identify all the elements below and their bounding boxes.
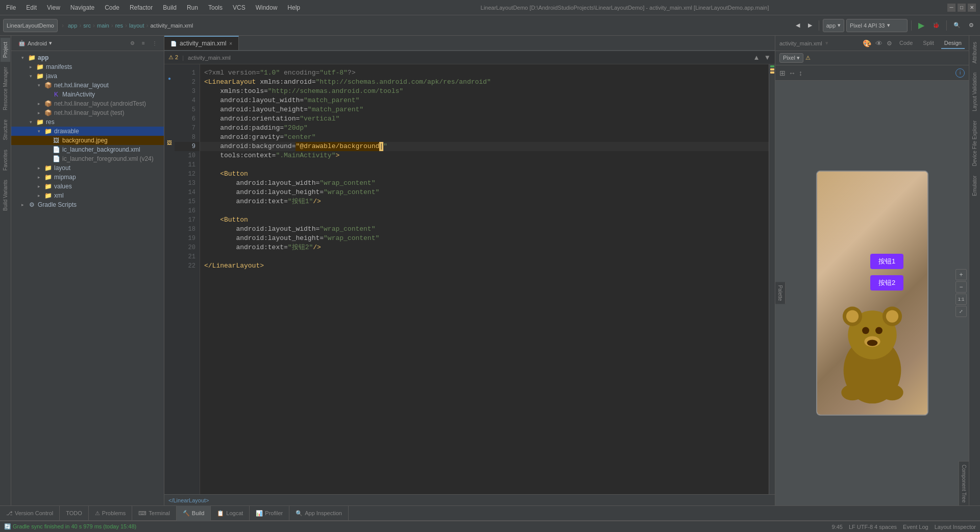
tree-item-mipmap[interactable]: ▸ 📁 mipmap — [11, 173, 164, 182]
minimize-button[interactable]: ─ — [947, 4, 955, 12]
code-line-16 — [200, 206, 769, 215]
panel-menu-btn[interactable]: ⋮ — [150, 38, 160, 49]
panel-sync-btn[interactable]: ⚙ — [127, 38, 137, 49]
tree-item-java[interactable]: ▾ 📁 java — [11, 71, 164, 81]
tab-code[interactable]: Code — [896, 38, 916, 49]
tree-item-manifests[interactable]: ▸ 📁 manifests — [11, 62, 164, 71]
zoom-out-button[interactable]: − — [955, 281, 967, 293]
sidebar-tab-device-file[interactable]: Device File Explorer — [970, 116, 979, 170]
tab-split[interactable]: Split — [920, 38, 937, 49]
close-button[interactable]: ✕ — [968, 4, 976, 12]
menu-vcs[interactable]: VCS — [231, 3, 248, 12]
build-label: Build — [192, 510, 204, 516]
tree-item-background-jpeg[interactable]: 🖼 background.jpeg — [11, 136, 164, 145]
bottom-tab-version-control[interactable]: ⎇ Version Control — [0, 505, 60, 521]
preview-icon-btn-2[interactable]: ↔ — [789, 69, 796, 77]
sidebar-tab-attributes[interactable]: Attributes — [970, 38, 979, 67]
menu-refactor[interactable]: Refactor — [128, 3, 155, 12]
menu-tools[interactable]: Tools — [206, 3, 225, 12]
sidebar-tab-layout-validation[interactable]: Layout Validation — [970, 68, 979, 115]
tree-item-package-androidtest[interactable]: ▸ 📦 net.hxl.linear_layout (androidTest) — [11, 99, 164, 108]
tree-item-ic-launcher-bg[interactable]: 📄 ic_launcher_background.xml — [11, 145, 164, 154]
module-dropdown[interactable]: app ▾ — [823, 19, 844, 32]
sidebar-tab-favorites[interactable]: Favorites — [1, 146, 10, 175]
project-view-dropdown[interactable]: 🤖 Android ▾ — [15, 39, 55, 47]
bottom-tab-todo[interactable]: TODO — [60, 505, 89, 521]
menu-window[interactable]: Window — [254, 3, 280, 12]
debug-button[interactable]: 🐞 — [929, 18, 943, 33]
bottom-tab-terminal[interactable]: ⌨ Terminal — [132, 505, 177, 521]
tree-item-drawable[interactable]: ▾ 📁 drawable — [11, 127, 164, 136]
right-side-tabs: Attributes Layout Validation Device File… — [969, 36, 980, 505]
menu-build[interactable]: Build — [161, 3, 179, 12]
arrow-icon: ▸ — [38, 193, 44, 198]
code-editor[interactable]: <?xml version="1.0" encoding="utf-8"?> <… — [200, 64, 769, 494]
tree-item-ic-launcher-fg[interactable]: 📄 ic_launcher_foreground.xml (v24) — [11, 154, 164, 163]
bottom-tab-profiler[interactable]: 📊 Profiler — [250, 505, 289, 521]
menu-help[interactable]: Help — [285, 3, 302, 12]
preview-icon-btn-3[interactable]: ↕ — [799, 69, 802, 77]
device-dropdown[interactable]: Pixel 4 API 33 ▾ — [846, 19, 908, 32]
expand-down-btn[interactable]: ▼ — [764, 54, 771, 61]
bottom-tab-logcat[interactable]: 📋 Logcat — [211, 505, 250, 521]
panel-collapse-btn[interactable]: ≡ — [138, 38, 149, 49]
warning-count: ⚠ 2 — [168, 54, 178, 61]
menu-run[interactable]: Run — [185, 3, 200, 12]
menu-view[interactable]: View — [45, 3, 62, 12]
tab-activity-main[interactable]: 📄 activity_main.xml × — [164, 36, 239, 50]
bottom-tab-app-inspection[interactable]: 🔍 App Inspection — [289, 505, 349, 521]
warning-mark-2[interactable] — [770, 71, 774, 74]
menu-code[interactable]: Code — [103, 3, 121, 12]
zoom-fit-button[interactable]: 1:1 — [955, 294, 967, 305]
menu-edit[interactable]: Edit — [24, 3, 39, 12]
bottom-tab-problems[interactable]: ⚠ Problems — [89, 505, 132, 521]
sidebar-tab-project[interactable]: Project — [1, 38, 10, 62]
pixel-dropdown[interactable]: Pixel ▾ — [779, 53, 803, 63]
run-button[interactable]: ▶ — [915, 18, 927, 33]
expand-up-btn[interactable]: ▲ — [753, 54, 760, 61]
preview-button-1[interactable]: 按钮1 — [870, 254, 903, 269]
menu-bar[interactable]: File Edit View Navigate Code Refactor Bu… — [4, 3, 302, 12]
tab-close-icon[interactable]: × — [229, 41, 232, 46]
project-view-label: Android — [28, 40, 47, 46]
tab-design[interactable]: Design — [941, 38, 965, 49]
tree-item-values[interactable]: ▸ 📁 values — [11, 182, 164, 191]
zoom-expand-button[interactable]: ⤢ — [955, 306, 967, 317]
tree-item-package-test[interactable]: ▸ 📦 net.hxl.linear_layout (test) — [11, 108, 164, 117]
preview-toolbar-btn-1[interactable]: 🎨 — [863, 39, 871, 47]
settings-button[interactable]: ⚙ — [966, 18, 977, 33]
sidebar-tab-variants[interactable]: Build Variants — [1, 176, 10, 215]
sidebar-tab-emulator[interactable]: Emulator — [970, 172, 979, 200]
back-button[interactable]: ◀ — [793, 18, 803, 33]
svg-point-10 — [841, 384, 863, 400]
layout-inspector-link[interactable]: Layout Inspector — [935, 524, 976, 530]
event-log-link[interactable]: Event Log — [903, 524, 928, 530]
preview-toolbar-btn-3[interactable]: ⚙ — [887, 40, 892, 47]
tree-item-package-main[interactable]: ▾ 📦 net.hxl.linear_layout — [11, 81, 164, 90]
maximize-button[interactable]: □ — [958, 4, 966, 12]
preview-toolbar-btn-2[interactable]: 👁 — [875, 39, 883, 47]
warning-mark-1[interactable] — [770, 68, 774, 70]
menu-navigate[interactable]: Navigate — [68, 3, 96, 12]
forward-button[interactable]: ▶ — [805, 18, 815, 33]
tree-item-app[interactable]: ▾ 📁 app — [11, 53, 164, 62]
tree-item-layout[interactable]: ▸ 📁 layout — [11, 163, 164, 173]
bottom-tab-build[interactable]: 🔨 Build — [177, 505, 211, 521]
preview-button-2[interactable]: 按钮2 — [870, 275, 903, 291]
tree-item-xml-folder[interactable]: ▸ 📁 xml — [11, 191, 164, 200]
tree-item-mainactivity[interactable]: K MainActivity — [11, 90, 164, 99]
zoom-in-button[interactable]: + — [955, 269, 967, 280]
palette-tab[interactable]: Palette — [775, 282, 786, 304]
preview-icon-btn-1[interactable]: ⊞ — [779, 69, 786, 77]
search-button[interactable]: 🔍 — [950, 18, 964, 33]
preview-info-btn[interactable]: i — [955, 68, 965, 78]
sidebar-tab-resource[interactable]: Resource Manager — [1, 63, 10, 114]
sidebar-tab-structure[interactable]: Structure — [1, 115, 10, 144]
window-controls[interactable]: ─ □ ✕ — [947, 4, 976, 12]
tree-item-gradle[interactable]: ▸ ⚙ Gradle Scripts — [11, 200, 164, 209]
design-tabs: Code Split Design — [896, 38, 965, 49]
tree-item-res[interactable]: ▾ 📁 res — [11, 117, 164, 127]
component-tree-btn[interactable]: Component Tree — [959, 461, 969, 506]
warn-badge-btn[interactable]: ⚠ — [805, 55, 811, 61]
menu-file[interactable]: File — [4, 3, 18, 12]
